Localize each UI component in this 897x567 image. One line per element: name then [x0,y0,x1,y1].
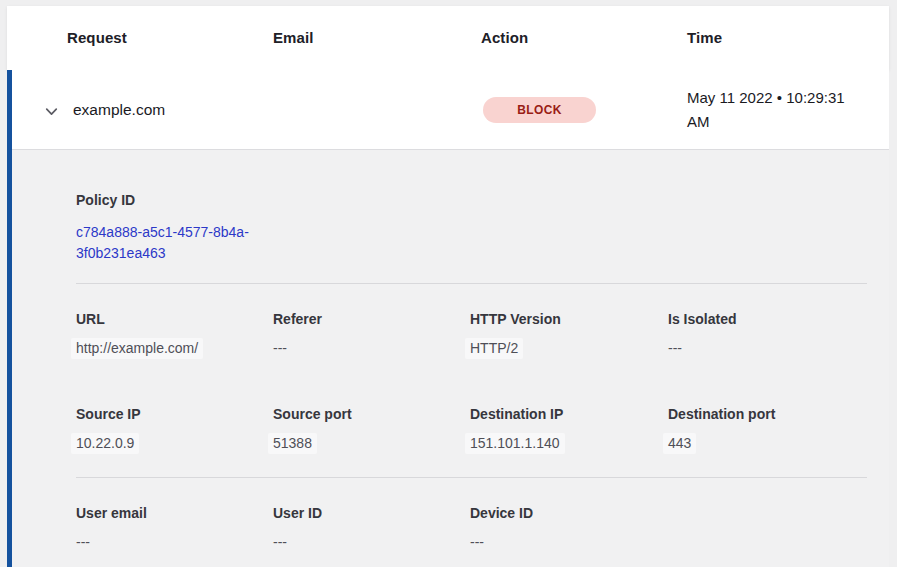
field-referer-value: --- [273,340,470,357]
column-header-request: Request [67,29,127,46]
expanded-log-row: example.com BLOCK May 11 2022 • 10:29:31… [7,70,889,567]
user-detail-row: User email --- User ID --- Device ID --- [76,505,867,551]
field-user-email-value: --- [76,534,273,551]
policy-id-link[interactable]: c784a888-a5c1-4577-8b4a-3f0b231ea463 [76,222,281,264]
field-source-ip-value: 10.22.0.9 [76,435,273,452]
gateway-log-detail-page: Request Email Action Time example.com BL… [0,0,897,567]
field-http-version: HTTP Version HTTP/2 [470,311,668,357]
section-divider [76,283,867,284]
http-detail-row: URL http://example.com/ Referer --- HTTP… [76,311,867,357]
action-block-badge: BLOCK [483,97,596,123]
field-user-email: User email --- [76,505,273,551]
field-device-id-value: --- [470,534,668,551]
field-destination-port: Destination port 443 [668,406,867,452]
field-source-port-label: Source port [273,406,470,423]
field-source-ip-label: Source IP [76,406,273,423]
collapse-row-button[interactable] [39,99,63,123]
field-url: URL http://example.com/ [76,311,273,357]
field-user-email-label: User email [76,505,273,522]
field-source-port: Source port 51388 [273,406,470,452]
field-is-isolated-label: Is Isolated [668,311,867,328]
field-source-ip: Source IP 10.22.0.9 [76,406,273,452]
field-referer: Referer --- [273,311,470,357]
field-destination-ip: Destination IP 151.101.1.140 [470,406,668,452]
log-detail-panel: Policy ID c784a888-a5c1-4577-8b4a-3f0b23… [12,150,889,566]
field-device-id-label: Device ID [470,505,668,522]
field-source-port-value: 51388 [273,435,470,452]
field-destination-port-label: Destination port [668,406,867,423]
request-domain: example.com [73,101,165,119]
policy-id-section: Policy ID c784a888-a5c1-4577-8b4a-3f0b23… [76,192,867,264]
field-user-id-value: --- [273,534,470,551]
row-timestamp: May 11 2022 • 10:29:31 AM [687,86,867,134]
column-header-time: Time [687,29,722,46]
field-referer-label: Referer [273,311,470,328]
column-header-action: Action [481,29,528,46]
field-destination-port-value: 443 [668,435,867,452]
policy-id-label: Policy ID [76,192,867,209]
field-is-isolated-value: --- [668,340,867,357]
field-device-id: Device ID --- [470,505,668,551]
field-http-version-label: HTTP Version [470,311,668,328]
table-header: Request Email Action Time [7,6,889,70]
section-divider [76,477,867,478]
field-destination-ip-value: 151.101.1.140 [470,435,668,452]
field-is-isolated: Is Isolated --- [668,311,867,357]
field-url-label: URL [76,311,273,328]
network-detail-row: Source IP 10.22.0.9 Source port 51388 De… [76,406,867,452]
field-http-version-value: HTTP/2 [470,340,668,357]
field-destination-ip-label: Destination IP [470,406,668,423]
field-user-id: User ID --- [273,505,470,551]
column-header-email: Email [273,29,314,46]
log-row-summary[interactable]: example.com BLOCK May 11 2022 • 10:29:31… [12,70,889,150]
field-user-id-label: User ID [273,505,470,522]
field-url-value: http://example.com/ [76,340,273,357]
chevron-down-icon [43,103,60,120]
